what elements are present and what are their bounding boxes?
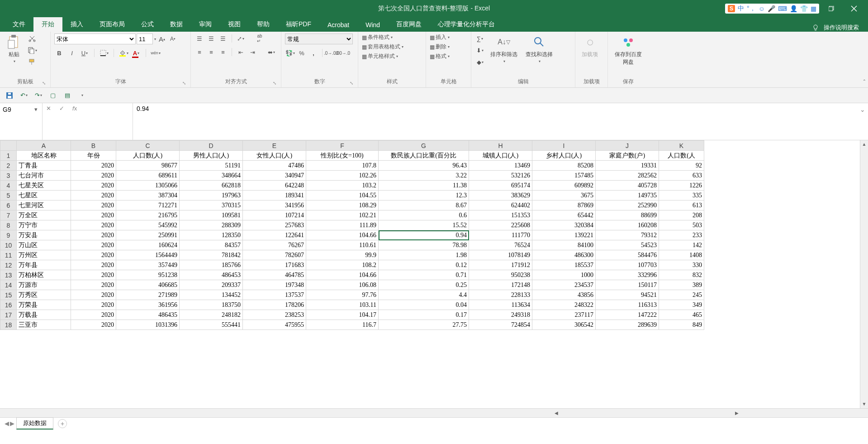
cell-J12[interactable]: 107703 bbox=[596, 260, 659, 270]
cell-J17[interactable]: 147222 bbox=[596, 310, 659, 320]
cell-C10[interactable]: 160624 bbox=[116, 240, 180, 250]
close-window-button[interactable] bbox=[844, 2, 864, 15]
cell-F17[interactable]: 104.17 bbox=[306, 310, 379, 320]
expand-formula-bar-icon[interactable]: ⌄ bbox=[860, 106, 865, 113]
horizontal-scrollbar[interactable]: ◀▶ bbox=[425, 411, 868, 415]
font-name-select[interactable]: 宋体 bbox=[54, 33, 136, 44]
decrease-indent-button[interactable]: ⇤ bbox=[236, 47, 246, 57]
decrease-decimal-button[interactable]: .00→.0 bbox=[338, 48, 348, 58]
cell-A7[interactable]: 万全区 bbox=[17, 210, 71, 220]
cell-K6[interactable]: 613 bbox=[659, 201, 704, 210]
percent-format-button[interactable]: % bbox=[297, 48, 307, 58]
cell-F16[interactable]: 103.11 bbox=[306, 300, 379, 310]
header-cell[interactable]: 年份 bbox=[71, 151, 116, 161]
cell-K15[interactable]: 245 bbox=[659, 290, 704, 300]
tab-baidu[interactable]: 百度网盘 bbox=[388, 17, 430, 32]
collapse-ribbon-icon[interactable]: ˆ bbox=[863, 79, 865, 86]
cell-F9[interactable]: 104.66 bbox=[306, 230, 379, 240]
cell-K18[interactable]: 849 bbox=[659, 320, 704, 330]
cut-button[interactable] bbox=[27, 33, 37, 43]
cell-G7[interactable]: 0.6 bbox=[379, 210, 469, 220]
col-header-A[interactable]: A bbox=[17, 141, 71, 151]
cell-E3[interactable]: 340947 bbox=[243, 171, 306, 181]
increase-decimal-button[interactable]: .0→.00 bbox=[326, 48, 336, 58]
find-select-button[interactable]: 查找和选择▾ bbox=[523, 33, 555, 64]
cell-H18[interactable]: 724854 bbox=[469, 320, 532, 330]
cell-F11[interactable]: 99.9 bbox=[306, 250, 379, 260]
header-cell[interactable]: 家庭户数(户) bbox=[596, 151, 659, 161]
cell-H10[interactable]: 76524 bbox=[469, 240, 532, 250]
cell-B6[interactable]: 2020 bbox=[71, 201, 116, 210]
cell-F5[interactable]: 104.55 bbox=[306, 191, 379, 201]
col-header-E[interactable]: E bbox=[243, 141, 306, 151]
cell-H8[interactable]: 225608 bbox=[469, 220, 532, 230]
cell-K3[interactable]: 633 bbox=[659, 171, 704, 181]
header-cell[interactable]: 地区名称 bbox=[17, 151, 71, 161]
font-size-input[interactable] bbox=[137, 33, 153, 44]
cell-A3[interactable]: 七台河市 bbox=[17, 171, 71, 181]
cell-B13[interactable]: 2020 bbox=[71, 270, 116, 280]
cell-E17[interactable]: 238253 bbox=[243, 310, 306, 320]
cell-I3[interactable]: 157485 bbox=[532, 171, 596, 181]
spreadsheet-grid[interactable]: ABCDEFGHIJK1地区名称年份人口数(人)男性人口(人)女性人口(人)性别… bbox=[0, 140, 868, 408]
sheet-tab-raw[interactable]: 原始数据 bbox=[16, 417, 53, 430]
cell-F7[interactable]: 102.21 bbox=[306, 210, 379, 220]
cell-J11[interactable]: 584476 bbox=[596, 250, 659, 260]
row-header-5[interactable]: 5 bbox=[0, 191, 17, 201]
name-box-dropdown-icon[interactable]: ▾ bbox=[33, 105, 38, 114]
tab-psych[interactable]: 心理学量化分析平台 bbox=[430, 17, 503, 32]
cell-K14[interactable]: 389 bbox=[659, 280, 704, 290]
cell-A2[interactable]: 丁青县 bbox=[17, 161, 71, 171]
cell-G10[interactable]: 78.98 bbox=[379, 240, 469, 250]
col-header-I[interactable]: I bbox=[532, 141, 596, 151]
cell-G9[interactable]: 0.94 bbox=[379, 230, 469, 240]
row-header-6[interactable]: 6 bbox=[0, 201, 17, 210]
save-button[interactable] bbox=[5, 91, 14, 100]
row-header-4[interactable]: 4 bbox=[0, 181, 17, 191]
cell-F6[interactable]: 108.29 bbox=[306, 201, 379, 210]
format-painter-button[interactable] bbox=[27, 57, 37, 67]
cell-F8[interactable]: 111.89 bbox=[306, 220, 379, 230]
cell-J6[interactable]: 252990 bbox=[596, 201, 659, 210]
select-all-cell[interactable] bbox=[0, 141, 17, 151]
cell-C13[interactable]: 951238 bbox=[116, 270, 180, 280]
cell-H11[interactable]: 1078149 bbox=[469, 250, 532, 260]
col-header-K[interactable]: K bbox=[659, 141, 704, 151]
col-header-B[interactable]: B bbox=[71, 141, 116, 151]
cell-I15[interactable]: 43856 bbox=[532, 290, 596, 300]
cell-H4[interactable]: 695174 bbox=[469, 181, 532, 191]
name-box-input[interactable] bbox=[2, 105, 33, 114]
row-header-15[interactable]: 15 bbox=[0, 290, 17, 300]
cell-K12[interactable]: 330 bbox=[659, 260, 704, 270]
cell-A15[interactable]: 万秀区 bbox=[17, 290, 71, 300]
cell-J8[interactable]: 160208 bbox=[596, 220, 659, 230]
qat-new-button[interactable]: ▢ bbox=[48, 91, 58, 100]
accounting-format-button[interactable]: 💱▾ bbox=[285, 48, 295, 58]
bold-button[interactable]: B bbox=[54, 48, 64, 58]
cell-H6[interactable]: 624402 bbox=[469, 201, 532, 210]
cell-D6[interactable]: 370315 bbox=[180, 201, 243, 210]
cell-D10[interactable]: 84357 bbox=[180, 240, 243, 250]
row-header-18[interactable]: 18 bbox=[0, 320, 17, 330]
cell-D2[interactable]: 51191 bbox=[180, 161, 243, 171]
header-cell[interactable]: 乡村人口(人) bbox=[532, 151, 596, 161]
cell-G13[interactable]: 0.71 bbox=[379, 270, 469, 280]
header-cell[interactable]: 性别比(女=100) bbox=[306, 151, 379, 161]
col-header-J[interactable]: J bbox=[596, 141, 659, 151]
restore-window-button[interactable] bbox=[821, 2, 842, 15]
cell-J5[interactable]: 149735 bbox=[596, 191, 659, 201]
cell-styles-button[interactable]: ▦ 单元格样式▾ bbox=[362, 53, 398, 60]
cell-C18[interactable]: 1031396 bbox=[116, 320, 180, 330]
col-header-C[interactable]: C bbox=[116, 141, 180, 151]
alignment-launcher-icon[interactable]: ⤡ bbox=[273, 81, 276, 86]
font-launcher-icon[interactable]: ⤡ bbox=[182, 81, 186, 86]
cell-B7[interactable]: 2020 bbox=[71, 210, 116, 220]
cell-B17[interactable]: 2020 bbox=[71, 310, 116, 320]
tab-data[interactable]: 数据 bbox=[162, 17, 191, 32]
phonetic-button[interactable]: wén▾ bbox=[151, 48, 161, 58]
cell-F4[interactable]: 103.2 bbox=[306, 181, 379, 191]
copy-button[interactable]: ▾ bbox=[27, 45, 37, 55]
cell-C15[interactable]: 271989 bbox=[116, 290, 180, 300]
fill-color-button[interactable]: ▾ bbox=[119, 48, 128, 58]
col-header-F[interactable]: F bbox=[306, 141, 379, 151]
